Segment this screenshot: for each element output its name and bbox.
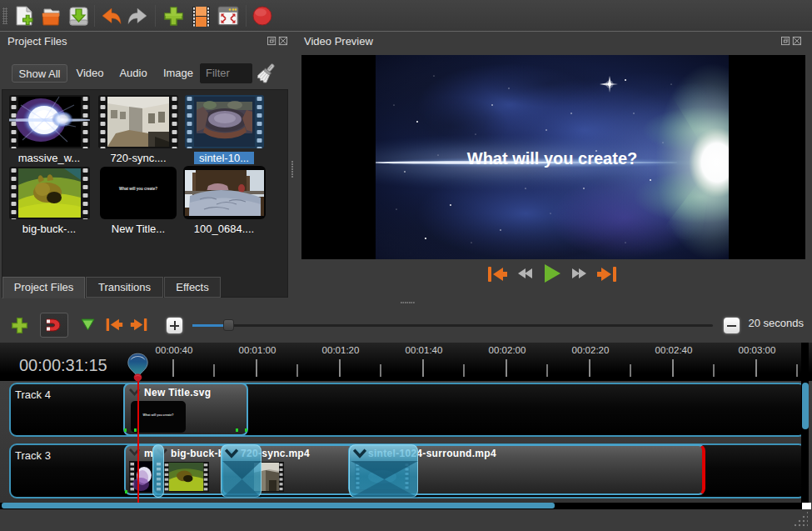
svg-text:What will you create?: What will you create?: [467, 149, 637, 168]
